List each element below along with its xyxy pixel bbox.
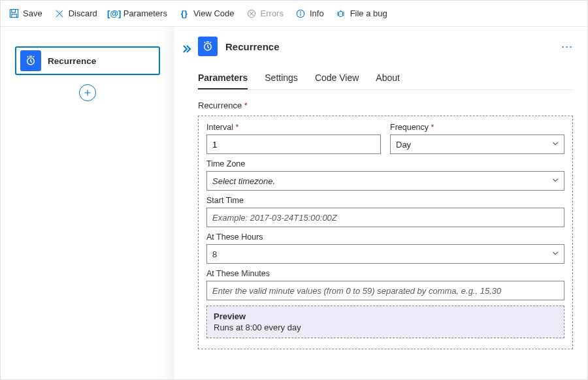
frequency-label: Frequency <box>390 123 564 132</box>
preview-box: Preview Runs at 8:00 every day <box>206 306 564 338</box>
preview-title: Preview <box>214 311 557 321</box>
tab-about[interactable]: About <box>376 67 400 89</box>
file-bug-button[interactable]: File a bug <box>336 8 387 19</box>
parameters-icon: [@] <box>109 8 120 19</box>
properties-panel: Recurrence ··· Parameters Settings Code … <box>198 35 573 368</box>
collapse-panel-button[interactable] <box>174 35 198 368</box>
bug-icon <box>336 8 346 19</box>
close-icon <box>54 8 65 19</box>
clock-icon <box>198 37 218 56</box>
panel-title: Recurrence <box>225 41 553 52</box>
trigger-node[interactable]: Recurrence <box>15 46 160 75</box>
save-label: Save <box>23 8 42 18</box>
clock-icon <box>20 50 41 71</box>
tab-parameters[interactable]: Parameters <box>198 67 248 89</box>
parameters-label: Parameters <box>123 8 167 18</box>
frequency-select[interactable] <box>390 135 564 154</box>
info-button[interactable]: Info <box>295 8 324 19</box>
info-label: Info <box>310 8 324 18</box>
recurrence-group: Interval Frequency Time Zone <box>198 116 573 349</box>
section-title: Recurrence <box>198 101 573 110</box>
view-code-label: View Code <box>193 8 235 18</box>
trigger-title: Recurrence <box>48 56 96 66</box>
hours-label: At These Hours <box>206 232 564 242</box>
view-code-button[interactable]: {} View Code <box>179 8 235 19</box>
discard-label: Discard <box>69 8 97 18</box>
preview-text: Runs at 8:00 every day <box>214 323 557 332</box>
parameters-button[interactable]: [@] Parameters <box>109 8 167 19</box>
toolbar: Save Discard [@] Parameters {} View Code… <box>1 1 587 27</box>
minutes-label: At These Minutes <box>206 269 564 278</box>
starttime-input[interactable] <box>206 208 564 227</box>
errors-button[interactable]: Errors <box>246 8 284 19</box>
starttime-label: Start Time <box>206 196 564 205</box>
panel-tabs: Parameters Settings Code View About <box>198 67 573 90</box>
save-button[interactable]: Save <box>8 8 42 19</box>
designer-canvas: Recurrence <box>1 27 174 379</box>
tab-settings[interactable]: Settings <box>265 67 298 89</box>
timezone-select[interactable]: Select timezone. <box>206 171 564 191</box>
code-icon: {} <box>179 8 189 19</box>
minutes-input[interactable] <box>206 281 564 300</box>
save-icon <box>8 8 19 19</box>
interval-label: Interval <box>206 123 381 132</box>
hours-select[interactable] <box>206 244 564 264</box>
error-icon <box>246 8 257 19</box>
panel-more-button[interactable]: ··· <box>561 40 573 54</box>
tab-code-view[interactable]: Code View <box>315 67 359 89</box>
svg-point-4 <box>338 11 343 16</box>
errors-label: Errors <box>261 8 284 18</box>
interval-input[interactable] <box>206 135 381 154</box>
info-icon <box>295 8 306 19</box>
svg-point-3 <box>301 11 301 12</box>
add-step-button[interactable] <box>79 84 96 101</box>
discard-button[interactable]: Discard <box>54 8 97 19</box>
bug-label: File a bug <box>350 8 387 18</box>
timezone-label: Time Zone <box>206 159 564 168</box>
